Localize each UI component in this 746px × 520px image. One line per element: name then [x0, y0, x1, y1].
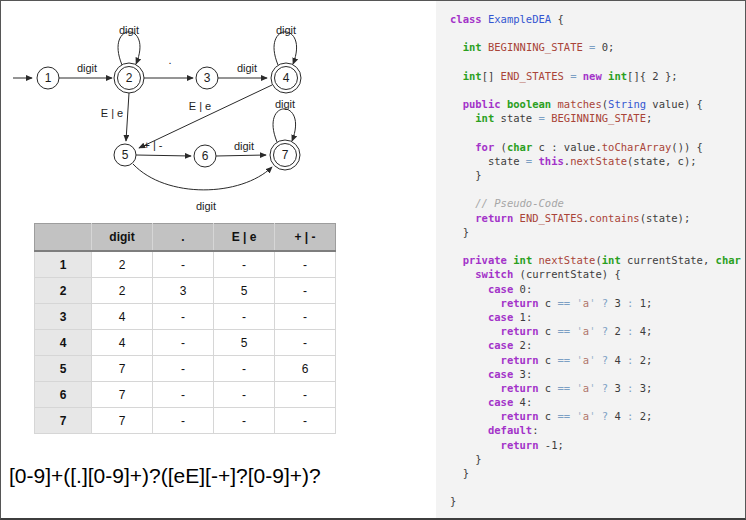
code-line: [450, 239, 741, 253]
edge-5-7-curve: [133, 164, 272, 190]
code-line: return c == 'a' ? 3 : 3;: [450, 381, 741, 395]
state-cell: 6: [35, 382, 92, 408]
state-cell: 5: [35, 356, 92, 382]
code-line: case 3:: [450, 367, 741, 381]
code-line: default:: [450, 423, 741, 437]
table-row: 44-5-: [35, 330, 336, 356]
table-header-cell: digit: [92, 224, 153, 252]
table-cell: -: [275, 330, 336, 356]
code-line: return -1;: [450, 438, 741, 452]
table-cell: -: [275, 304, 336, 330]
table-corner-cell: [35, 224, 92, 252]
table-cell: -: [275, 251, 336, 278]
code-line: [450, 480, 741, 494]
code-line: }: [450, 168, 741, 182]
state-cell: 1: [35, 251, 92, 278]
state-node-7: 7: [270, 140, 300, 170]
table-cell: 3: [153, 278, 214, 304]
svg-text:6: 6: [202, 149, 209, 163]
table-row: 67---: [35, 382, 336, 408]
svg-text:7: 7: [282, 148, 289, 162]
table-cell: -: [275, 278, 336, 304]
table-cell: -: [214, 408, 275, 434]
code-line: // Pseudo-Code: [450, 196, 741, 210]
left-pane: digit digit . digit digit E | e E | e di…: [1, 1, 436, 518]
state-node-2: 2: [114, 63, 144, 93]
state-cell: 7: [35, 408, 92, 434]
selfloop-7: [273, 109, 296, 142]
edge-2-5: [126, 93, 129, 141]
table-row: 34---: [35, 304, 336, 330]
edge-label-2-5: E | e: [101, 107, 123, 119]
state-node-6: 6: [194, 145, 216, 167]
code-line: int[] END_STATES = new int[]{ 2 };: [450, 69, 741, 83]
code-line: return END_STATES.contains(state);: [450, 211, 741, 225]
code-line: case 2:: [450, 338, 741, 352]
code-panel: class ExampleDEA { int BEGINNING_STATE =…: [436, 1, 745, 518]
code-line: switch (currentState) {: [450, 267, 741, 281]
table-row: 57--6: [35, 356, 336, 382]
code-line: }: [450, 494, 741, 508]
code-line: case 0:: [450, 282, 741, 296]
edge-label-loop4: digit: [276, 24, 296, 36]
table-cell: 6: [275, 356, 336, 382]
edge-5-6: [136, 155, 191, 156]
table-cell: -: [275, 408, 336, 434]
table-cell: -: [214, 382, 275, 408]
table-cell: 4: [92, 304, 153, 330]
code-line: case 1:: [450, 310, 741, 324]
table-cell: 7: [92, 408, 153, 434]
code-line: return c == 'a' ? 2 : 4;: [450, 324, 741, 338]
edge-label-loop2: digit: [119, 24, 139, 36]
state-cell: 3: [35, 304, 92, 330]
code-line: int BEGINNING_STATE = 0;: [450, 40, 741, 54]
table-cell: -: [214, 251, 275, 278]
code-line: [450, 182, 741, 196]
code-line: return c == 'a' ? 3 : 1;: [450, 296, 741, 310]
code-line: }: [450, 466, 741, 480]
selfloop-4: [274, 32, 297, 65]
code-line: case 4:: [450, 395, 741, 409]
svg-text:1: 1: [45, 71, 52, 85]
edge-label-6-7: digit: [234, 140, 254, 152]
table-cell: 2: [92, 278, 153, 304]
edge-6-7: [216, 155, 266, 156]
edge-label-5-6: + | -: [143, 139, 162, 151]
table-cell: -: [214, 356, 275, 382]
edge-label-2-3: .: [168, 54, 171, 66]
state-cell: 4: [35, 330, 92, 356]
edge-label-loop7: digit: [275, 98, 295, 110]
code-line: [450, 126, 741, 140]
code-line: public boolean matches(String value) {: [450, 97, 741, 111]
state-node-3: 3: [196, 67, 218, 89]
code-line: return c == 'a' ? 4 : 2;: [450, 353, 741, 367]
table-cell: -: [153, 382, 214, 408]
svg-text:3: 3: [204, 71, 211, 85]
table-cell: -: [275, 382, 336, 408]
table-cell: -: [153, 408, 214, 434]
state-cell: 2: [35, 278, 92, 304]
table-cell: 2: [92, 251, 153, 278]
code-line: return c == 'a' ? 4 : 2;: [450, 409, 741, 423]
regex-text: [0-9]+([.][0-9]+)?([eE][-+]?[0-9]+)?: [9, 464, 436, 488]
state-node-1: 1: [37, 67, 59, 89]
code-line: for (char c : value.toCharArray()) {: [450, 140, 741, 154]
code-line: class ExampleDEA {: [450, 12, 741, 26]
code-line: [450, 83, 741, 97]
edge-label-5-7: digit: [196, 200, 216, 212]
code-line: [450, 55, 741, 69]
table-cell: -: [153, 251, 214, 278]
edge-label-3-4: digit: [237, 62, 257, 74]
code-block: class ExampleDEA { int BEGINNING_STATE =…: [450, 12, 741, 509]
table-cell: 7: [92, 382, 153, 408]
table-cell: -: [153, 356, 214, 382]
table-header-cell: E | e: [214, 224, 275, 252]
transition-table: digit.E | e+ | - 12---2235-34---44-5-57-…: [34, 223, 336, 434]
edge-label-1-2: digit: [77, 62, 97, 74]
table-row: 2235-: [35, 278, 336, 304]
table-row: 12---: [35, 251, 336, 278]
transition-table-head: digit.E | e+ | -: [35, 224, 336, 252]
table-header-cell: + | -: [275, 224, 336, 252]
svg-text:2: 2: [126, 71, 133, 85]
table-header-cell: .: [153, 224, 214, 252]
